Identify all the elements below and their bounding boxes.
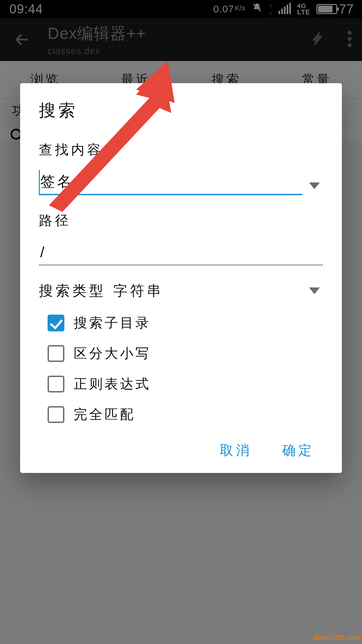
path-input[interactable]	[39, 240, 323, 265]
search-dialog: 搜索 查找内容 路径 搜索类型 字符串 搜索子目录 区分大小写 正则表达式 完全…	[20, 83, 342, 473]
ok-button[interactable]: 确定	[282, 441, 314, 460]
checkbox-icon	[48, 406, 64, 423]
checkbox-search-subdir[interactable]: 搜索子目录	[48, 314, 323, 332]
checkbox-icon	[48, 315, 64, 331]
checkbox-label: 正则表达式	[74, 375, 151, 393]
path-label: 路径	[39, 211, 323, 230]
search-type-dropdown[interactable]: 搜索类型 字符串	[39, 281, 323, 300]
watermark: danji100.com	[313, 633, 362, 642]
checkbox-label: 完全匹配	[74, 405, 135, 424]
chevron-down-icon	[309, 287, 320, 294]
checkbox-icon	[48, 376, 64, 392]
checkbox-label: 搜索子目录	[74, 314, 151, 332]
checkbox-exact-match[interactable]: 完全匹配	[48, 405, 323, 424]
checkbox-icon	[48, 345, 64, 362]
search-type-value: 字符串	[113, 281, 164, 300]
find-history-dropdown-icon[interactable]	[309, 182, 320, 189]
checkbox-label: 区分大小写	[74, 344, 151, 363]
checkbox-case-sensitive[interactable]: 区分大小写	[48, 344, 323, 363]
dialog-title: 搜索	[39, 99, 323, 122]
search-type-label: 搜索类型	[39, 281, 106, 300]
find-content-label: 查找内容	[39, 141, 323, 159]
cancel-button[interactable]: 取消	[220, 441, 252, 460]
find-content-input[interactable]	[39, 170, 302, 195]
checkbox-regex[interactable]: 正则表达式	[48, 375, 323, 393]
